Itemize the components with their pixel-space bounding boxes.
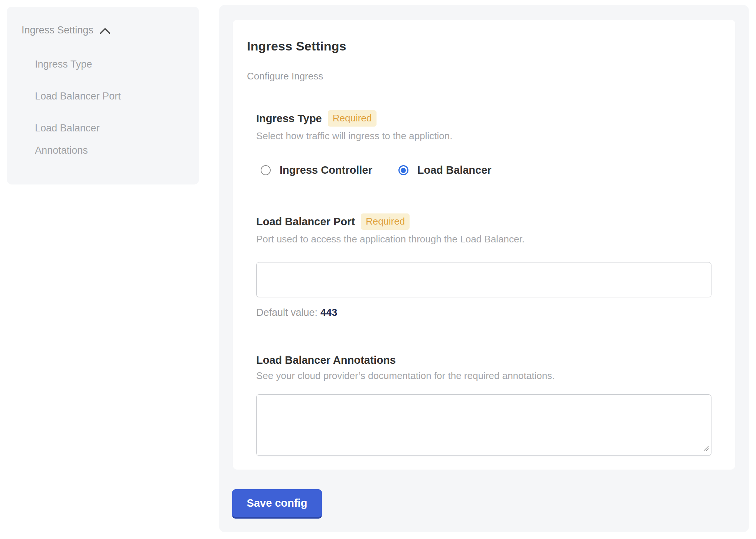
radio-ingress-controller[interactable]: Ingress Controller: [261, 164, 372, 176]
required-badge: Required: [361, 213, 410, 230]
default-value-label: Default value:: [256, 307, 317, 318]
sidebar-nav: Ingress Type Load Balancer Port Load Bal…: [35, 53, 146, 161]
load-balancer-annotations-label: Load Balancer Annotations: [256, 354, 396, 366]
load-balancer-port-help: Port used to access the application thro…: [256, 233, 735, 245]
config-nav-sidebar: Ingress Settings Ingress Type Load Balan…: [7, 7, 199, 184]
load-balancer-annotations-textarea[interactable]: [256, 394, 711, 456]
sidebar-item-load-balancer-port[interactable]: Load Balancer Port: [35, 85, 146, 107]
page-subtitle: Configure Ingress: [247, 71, 735, 82]
radio-ingress-controller-label: Ingress Controller: [280, 164, 372, 176]
radio-load-balancer-label: Load Balancer: [417, 164, 492, 176]
field-load-balancer-port: Load Balancer Port Required Port used to…: [256, 213, 735, 318]
sidebar-item-ingress-type[interactable]: Ingress Type: [35, 53, 146, 75]
sidebar-group-ingress-settings[interactable]: Ingress Settings: [22, 24, 186, 36]
radio-load-balancer[interactable]: Load Balancer: [398, 164, 492, 176]
default-value-line: Default value:443: [256, 307, 735, 318]
sidebar-group-label: Ingress Settings: [22, 24, 94, 36]
chevron-up-icon: [100, 27, 111, 35]
default-value: 443: [320, 307, 337, 318]
required-badge: Required: [328, 110, 377, 127]
radio-checked-icon: [398, 165, 408, 175]
ingress-type-label: Ingress Type: [256, 112, 322, 125]
field-ingress-type: Ingress Type Required Select how traffic…: [256, 110, 735, 176]
load-balancer-port-label: Load Balancer Port: [256, 216, 355, 228]
config-main-panel: Ingress Settings Configure Ingress Ingre…: [219, 5, 749, 532]
radio-unchecked-icon: [261, 165, 271, 175]
ingress-type-radio-group: Ingress Controller Load Balancer: [256, 164, 735, 176]
config-group-card: Ingress Settings Configure Ingress Ingre…: [233, 20, 735, 470]
load-balancer-annotations-help: See your cloud provider’s documentation …: [256, 370, 735, 382]
save-config-button[interactable]: Save config: [232, 489, 322, 519]
load-balancer-port-input[interactable]: [256, 262, 711, 297]
field-load-balancer-annotations: Load Balancer Annotations See your cloud…: [256, 354, 735, 456]
ingress-type-help: Select how traffic will ingress to the a…: [256, 130, 735, 142]
sidebar-item-load-balancer-annotations[interactable]: Load Balancer Annotations: [35, 117, 146, 161]
page-title: Ingress Settings: [247, 39, 735, 53]
